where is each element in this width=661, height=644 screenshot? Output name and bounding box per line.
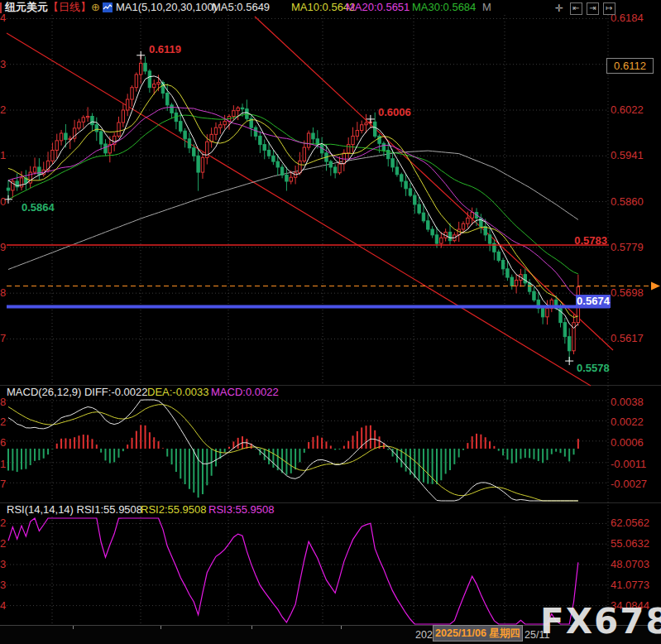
rsi3-value: RSI3:55.9508: [208, 503, 275, 517]
shift-right-icon[interactable]: ↦: [603, 2, 615, 15]
support-price-label[interactable]: 0.5674: [576, 295, 611, 308]
ma-settings-label[interactable]: MA1(5,10,20,30,100): [116, 1, 217, 14]
pan-tool-icon[interactable]: ✛: [555, 2, 563, 15]
expand-right-axis-icon[interactable]: ⇥: [587, 2, 599, 15]
boxed-price-label: 0.6112: [606, 58, 654, 74]
macd-title[interactable]: MACD(26,12,9) DIFF:-0.0022: [7, 386, 148, 399]
ma5-value: MA5:0.5649: [212, 1, 270, 14]
symbol-title: 纽元美元: [5, 1, 48, 14]
resistance-price-label: 0.5783: [571, 234, 607, 247]
expand-left-axis-icon[interactable]: ⇤: [570, 2, 582, 15]
watermark-logo: FX678: [540, 601, 661, 642]
ma20-value: MA20:0.5651: [346, 1, 410, 14]
chart-window: 纽元美元 【日线】 ⊕ MA1(5,10,20,30,100) MA5:0.56…: [0, 0, 661, 644]
header-bar: 纽元美元 【日线】 ⊕ MA1(5,10,20,30,100) MA5:0.56…: [0, 0, 661, 15]
period-m-label[interactable]: M: [482, 1, 491, 14]
add-indicator-icon[interactable]: ⊕: [91, 1, 100, 14]
period-label[interactable]: 【日线】: [48, 1, 91, 14]
macd-header: MACD(26,12,9) DIFF:-0.0022 DEA:-0.0033 M…: [0, 386, 661, 399]
rsi-title[interactable]: RSI(14,14,14) RSI1:55.9508: [7, 503, 142, 517]
macd-dea-value: DEA:-0.0033: [147, 386, 208, 399]
selected-date-label: 2025/11/06 星期四: [433, 625, 523, 642]
macd-macd-value: MACD:0.0022: [211, 386, 279, 399]
chart-canvas[interactable]: [0, 0, 661, 644]
rsi2-value: RSI2:55.9508: [141, 503, 207, 517]
mini-chart-icon[interactable]: [103, 2, 113, 16]
ma30-value: MA30:0.5684: [412, 1, 476, 14]
rsi-header: RSI(14,14,14) RSI1:55.9508 RSI2:55.9508 …: [0, 503, 661, 517]
